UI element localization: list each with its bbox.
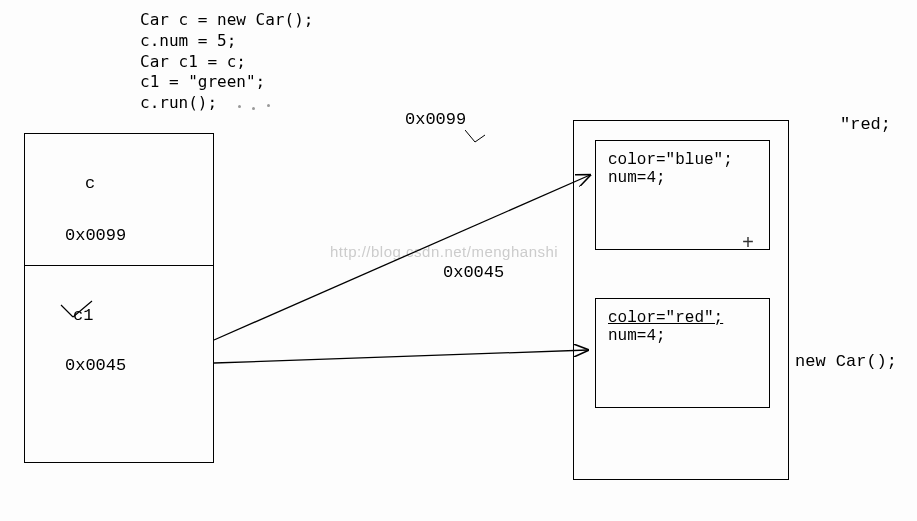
code-block: Car c = new Car(); c.num = 5; Car c1 = c… (140, 10, 313, 114)
heap-address-label-1: 0x0099 (405, 110, 466, 129)
side-text-new-car: new Car(); (795, 352, 897, 371)
stack-var-c1-name: c1 (73, 306, 93, 325)
addr-label-tick-icon (465, 130, 485, 144)
code-line: c.run(); (140, 93, 217, 112)
watermark-text: http://blog.csdn.net/menghanshi (330, 243, 558, 260)
side-text-red: "red; (840, 115, 891, 134)
decorative-dot (267, 104, 270, 107)
heap-address-label-2: 0x0045 (443, 263, 504, 282)
stack-var-c-address: 0x0099 (65, 226, 126, 245)
code-line: c.num = 5; (140, 31, 236, 50)
code-line: Car c1 = c; (140, 52, 246, 71)
stack-var-c1-address: 0x0045 (65, 356, 126, 375)
code-line: c1 = "green"; (140, 72, 265, 91)
obj1-num-line: num=4; (608, 169, 757, 187)
decorative-dot (238, 105, 241, 108)
heap-object-2: color="red"; num=4; (595, 298, 770, 408)
code-line: Car c = new Car(); (140, 10, 313, 29)
stack-var-c-name: c (85, 174, 95, 193)
arrow-c1-to-obj2 (214, 350, 588, 363)
obj2-color-line: color="red"; (608, 309, 757, 327)
cross-mark-icon: + (742, 232, 754, 255)
decorative-dot (252, 107, 255, 110)
obj1-color-line: color="blue"; (608, 151, 757, 169)
obj2-num-line: num=4; (608, 327, 757, 345)
stack-box: c 0x0099 c1 0x0045 (24, 133, 214, 463)
stack-divider (25, 265, 213, 266)
